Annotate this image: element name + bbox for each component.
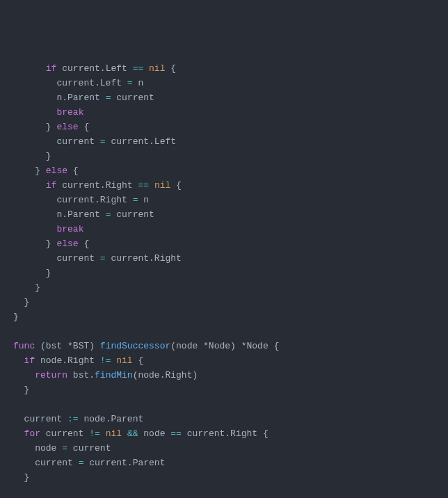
code-token: current	[111, 209, 154, 220]
code-token: :=	[67, 414, 79, 424]
code-token	[122, 428, 127, 439]
code-token: func	[13, 341, 35, 351]
code-token: if	[46, 63, 57, 74]
code-line[interactable]: }	[0, 310, 448, 324]
code-token: nil	[154, 180, 170, 191]
code-token: {	[67, 166, 79, 176]
code-token: n	[133, 78, 144, 88]
code-line[interactable]: }	[0, 383, 448, 397]
code-token: n.Parent	[13, 93, 106, 103]
code-token	[13, 224, 56, 234]
code-token: ==	[133, 63, 144, 74]
code-token: {	[79, 122, 90, 132]
code-line[interactable]: n.Parent = current	[0, 90, 448, 105]
code-token: }	[13, 268, 51, 278]
code-line[interactable]: }	[0, 280, 448, 295]
code-line[interactable]: current = current.Left	[0, 134, 448, 149]
code-token: current.Right	[13, 195, 133, 205]
code-line[interactable]: current = current.Parent	[0, 456, 448, 470]
code-token	[13, 370, 35, 380]
code-token: current.Left	[56, 63, 132, 74]
code-line[interactable]	[0, 324, 448, 339]
code-token: {	[165, 63, 176, 74]
code-token	[13, 63, 46, 74]
code-token: current.Parent	[83, 458, 165, 468]
code-token: =	[100, 253, 106, 264]
code-line[interactable]: current.Left = n	[0, 76, 448, 90]
code-token: else	[46, 166, 67, 176]
code-token: current.Right	[56, 180, 138, 191]
code-token: ==	[138, 180, 149, 191]
code-token: break	[56, 107, 83, 118]
code-token: =	[127, 78, 133, 88]
code-token: }	[13, 385, 29, 395]
code-token: {	[170, 180, 182, 191]
code-token: }	[13, 282, 40, 293]
code-line[interactable]	[0, 397, 448, 412]
code-token: {	[79, 239, 90, 249]
code-line[interactable]: current := node.Parent	[0, 412, 448, 426]
code-line[interactable]: current.Right = n	[0, 193, 448, 207]
code-line[interactable]: }	[0, 470, 448, 485]
code-token	[13, 180, 46, 191]
code-line[interactable]	[0, 485, 448, 498]
code-token: findSuccessor	[100, 341, 170, 351]
code-token: n.Parent	[13, 209, 106, 220]
code-token: for	[24, 428, 40, 439]
code-token: =	[62, 443, 67, 453]
code-token: !=	[89, 428, 100, 439]
code-token: current	[67, 443, 111, 453]
code-token: (node *Node) *Node {	[170, 341, 279, 351]
code-line[interactable]: }	[0, 266, 448, 280]
code-token	[13, 107, 56, 118]
code-line[interactable]: node = current	[0, 441, 448, 456]
code-line[interactable]: } else {	[0, 163, 448, 178]
code-token: break	[56, 224, 83, 234]
code-line[interactable]: }	[0, 149, 448, 163]
code-token: bst.	[67, 370, 95, 380]
code-token: current.Right	[106, 253, 182, 264]
code-line[interactable]: current = current.Right	[0, 251, 448, 266]
code-line[interactable]: for current != nil && node == current.Ri…	[0, 426, 448, 441]
code-token: &&	[127, 428, 138, 439]
code-token: {	[133, 355, 144, 366]
code-token: return	[35, 370, 67, 380]
code-token: if	[24, 355, 35, 366]
code-token: current	[13, 458, 79, 468]
code-token: (node.Right)	[133, 370, 198, 380]
code-token: node.Right	[35, 355, 100, 366]
code-token: nil	[149, 63, 165, 74]
code-line[interactable]: break	[0, 105, 448, 120]
code-token	[13, 428, 24, 439]
code-token: findMin	[95, 370, 133, 380]
code-line[interactable]: } else {	[0, 120, 448, 134]
code-token: if	[46, 180, 57, 191]
code-line[interactable]: }	[0, 295, 448, 310]
code-line[interactable]: } else {	[0, 236, 448, 251]
code-token: =	[100, 136, 106, 147]
code-token: current	[13, 136, 100, 147]
code-token: nil	[116, 355, 132, 366]
code-line[interactable]: return bst.findMin(node.Right)	[0, 368, 448, 383]
code-token: !=	[100, 355, 111, 366]
code-editor-viewport[interactable]: if current.Left == nil { current.Left = …	[0, 61, 448, 498]
code-token: }	[13, 472, 29, 483]
code-token: current.Left	[106, 136, 176, 147]
code-token: current.Left	[13, 78, 127, 88]
code-token: current	[13, 253, 100, 264]
code-line[interactable]: if current.Left == nil {	[0, 61, 448, 76]
code-token: }	[13, 297, 29, 307]
code-line[interactable]: func (bst *BST) findSuccessor(node *Node…	[0, 339, 448, 353]
code-line[interactable]: if current.Right == nil {	[0, 178, 448, 193]
code-token: }	[13, 151, 51, 161]
code-token	[143, 63, 149, 74]
code-line[interactable]: n.Parent = current	[0, 207, 448, 222]
code-token: current	[111, 93, 154, 103]
code-line[interactable]: if node.Right != nil {	[0, 353, 448, 368]
code-token: }	[13, 239, 56, 249]
code-line[interactable]: break	[0, 222, 448, 236]
code-token: n	[138, 195, 149, 205]
code-token: current	[13, 414, 67, 424]
code-token: }	[13, 312, 19, 322]
code-token: current.Right {	[182, 428, 269, 439]
